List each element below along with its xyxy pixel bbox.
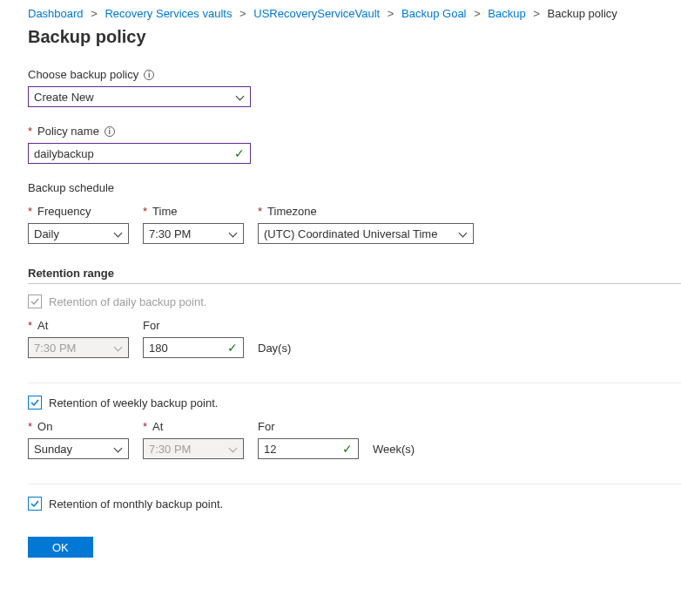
timezone-select[interactable]: (UTC) Coordinated Universal Time xyxy=(258,223,474,244)
daily-for-input[interactable] xyxy=(149,342,227,355)
frequency-label: *Frequency xyxy=(28,205,129,218)
weekly-retention-label: Retention of weekly backup point. xyxy=(49,396,218,410)
valid-check-icon: ✓ xyxy=(227,342,238,354)
monthly-retention-checkbox[interactable] xyxy=(28,497,42,511)
backup-schedule-heading: Backup schedule xyxy=(28,181,681,194)
daily-at-select: 7:30 PM xyxy=(28,337,129,358)
daily-retention-checkbox-row: Retention of daily backup point. xyxy=(28,294,681,308)
time-select[interactable]: 7:30 PM xyxy=(143,223,244,244)
valid-check-icon: ✓ xyxy=(342,443,353,455)
breadcrumb-sep: > xyxy=(91,7,98,20)
choose-policy-select[interactable]: Create New xyxy=(28,86,251,107)
policy-name-input-wrap[interactable]: ✓ xyxy=(28,143,251,164)
frequency-select[interactable]: Daily xyxy=(28,223,129,244)
weekly-on-label: *On xyxy=(28,420,129,433)
daily-retention-label: Retention of daily backup point. xyxy=(49,295,206,308)
daily-for-input-wrap[interactable]: ✓ xyxy=(143,337,244,358)
monthly-retention-checkbox-row[interactable]: Retention of monthly backup point. xyxy=(28,497,681,511)
breadcrumb-vaults[interactable]: Recovery Services vaults xyxy=(105,7,232,20)
valid-check-icon: ✓ xyxy=(234,147,245,159)
divider xyxy=(28,484,681,484)
breadcrumb: Dashboard > Recovery Services vaults > U… xyxy=(28,0,681,25)
chevron-down-icon xyxy=(114,444,123,453)
weekly-for-label: For xyxy=(258,420,359,433)
chevron-down-icon xyxy=(114,229,123,238)
weekly-retention-checkbox-row[interactable]: Retention of weekly backup point. xyxy=(28,396,681,410)
policy-name-input[interactable] xyxy=(34,147,234,160)
choose-policy-label: Choose backup policy i xyxy=(28,68,681,81)
chevron-down-icon xyxy=(114,343,123,352)
divider xyxy=(28,283,681,284)
weekly-at-select: 7:30 PM xyxy=(143,438,244,459)
info-icon[interactable]: i xyxy=(105,126,115,137)
breadcrumb-sep: > xyxy=(533,7,540,20)
breadcrumb-current: Backup policy xyxy=(548,7,617,20)
monthly-retention-label: Retention of monthly backup point. xyxy=(49,498,223,511)
breadcrumb-sep: > xyxy=(474,7,481,20)
weekly-unit: Week(s) xyxy=(373,443,415,459)
chevron-down-icon xyxy=(229,444,238,453)
breadcrumb-vault-name[interactable]: USRecoveryServiceVault xyxy=(253,7,380,20)
breadcrumb-dashboard[interactable]: Dashboard xyxy=(28,7,84,20)
policy-name-label: * Policy name i xyxy=(28,125,681,138)
timezone-label: *Timezone xyxy=(258,205,474,218)
info-icon[interactable]: i xyxy=(144,70,154,80)
weekly-retention-checkbox[interactable] xyxy=(28,396,42,410)
daily-retention-checkbox xyxy=(28,294,42,308)
breadcrumb-backup[interactable]: Backup xyxy=(488,7,525,20)
breadcrumb-sep: > xyxy=(388,7,394,20)
breadcrumb-sep: > xyxy=(239,7,246,20)
weekly-on-select[interactable]: Sunday xyxy=(28,438,129,459)
daily-at-label: *At xyxy=(28,319,129,332)
chevron-down-icon xyxy=(236,92,245,101)
page-title: Backup policy xyxy=(28,27,681,47)
daily-for-label: For xyxy=(143,319,244,332)
breadcrumb-backup-goal[interactable]: Backup Goal xyxy=(401,7,466,20)
weekly-for-input[interactable] xyxy=(264,443,342,456)
weekly-for-input-wrap[interactable]: ✓ xyxy=(258,438,359,459)
retention-range-heading: Retention range xyxy=(28,267,681,280)
chevron-down-icon xyxy=(229,229,238,238)
chevron-down-icon xyxy=(459,229,468,238)
time-label: *Time xyxy=(143,205,244,218)
divider xyxy=(28,382,681,383)
weekly-at-label: *At xyxy=(143,420,244,433)
ok-button[interactable]: OK xyxy=(28,537,93,558)
daily-unit: Day(s) xyxy=(258,342,291,358)
